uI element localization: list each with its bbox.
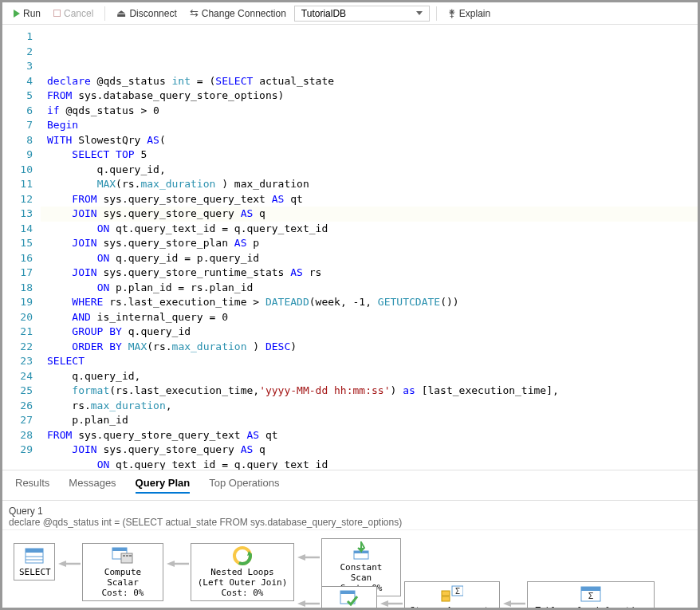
- disconnect-label: Disconnect: [129, 8, 176, 19]
- play-icon: [14, 10, 20, 18]
- run-label: Run: [23, 8, 41, 19]
- query-statement: declare @qds_status int = (SELECT actual…: [9, 517, 691, 528]
- node-title: Compute Scalar: [88, 567, 158, 588]
- assert-icon: [338, 589, 360, 608]
- explain-label: Explain: [459, 8, 490, 19]
- change-icon: ⇆: [190, 7, 199, 19]
- execution-plan[interactable]: SELECT Compute Scalar Cost: 0% Nested Lo…: [2, 530, 698, 608]
- query-number: Query 1: [9, 506, 691, 517]
- svg-rect-19: [442, 591, 450, 596]
- plan-node-assert[interactable]: Assert Cost: 0%: [321, 586, 377, 608]
- toolbar: Run Cancel ⏏Disconnect ⇆Change Connectio…: [2, 2, 698, 25]
- svg-text:Σ: Σ: [455, 587, 460, 596]
- select-icon: [23, 546, 45, 565]
- compute-icon: [112, 546, 134, 565]
- svg-rect-7: [123, 555, 125, 557]
- plan-arrow: [297, 600, 320, 607]
- database-select[interactable]: TutorialDB: [294, 6, 430, 22]
- plan-node-nested-loops[interactable]: Nested Loops (Left Outer Join) Cost: 0%: [191, 543, 294, 601]
- plan-node-compute-scalar[interactable]: Compute Scalar Cost: 0%: [82, 543, 163, 601]
- run-button[interactable]: Run: [9, 6, 45, 21]
- plan-node-select[interactable]: SELECT: [14, 543, 55, 580]
- change-connection-button[interactable]: ⇆Change Connection: [185, 6, 291, 21]
- change-label: Change Connection: [202, 8, 286, 19]
- stop-icon: [53, 10, 61, 17]
- explain-icon: ⚵: [448, 7, 456, 19]
- svg-rect-18: [340, 591, 355, 594]
- node-title: Nested Loops: [196, 567, 289, 577]
- svg-rect-9: [129, 555, 132, 557]
- cancel-label: Cancel: [64, 8, 93, 19]
- chevron-down-icon: [416, 11, 423, 15]
- plan-node-table-valued-function[interactable]: Σ Table-valued function [QUERY_STORE_OPT…: [527, 581, 655, 608]
- tab-results[interactable]: Results: [15, 477, 49, 494]
- plan-header: Query 1 declare @qds_status int = (SELEC…: [2, 501, 698, 530]
- svg-rect-5: [112, 548, 127, 551]
- node-title: Constant Scan: [327, 562, 395, 583]
- tab-top-operations[interactable]: Top Operations: [209, 477, 279, 494]
- plan-arrow: [297, 554, 320, 561]
- nested-loops-icon: [231, 546, 254, 565]
- tvf-icon: Σ: [580, 584, 602, 604]
- database-name: TutorialDB: [301, 8, 346, 19]
- plan-arrow: [380, 600, 403, 607]
- node-title: Stream Aggregate: [410, 605, 494, 608]
- node-title: Table-valued function: [533, 605, 649, 608]
- node-cost: Cost: 0%: [196, 588, 289, 598]
- svg-rect-1: [26, 549, 43, 553]
- code-area[interactable]: declare @qds_status int = (SELECT actual…: [41, 25, 698, 470]
- line-gutter: 1234567891011121314151617181920212223242…: [2, 25, 41, 470]
- separator: [436, 6, 437, 21]
- plan-node-stream-aggregate[interactable]: Σ Stream Aggregate (Aggregate) Cost: 37%: [404, 581, 500, 608]
- plan-arrow: [58, 561, 81, 567]
- node-title: SELECT: [19, 567, 49, 577]
- explain-button[interactable]: ⚵Explain: [443, 6, 495, 21]
- cancel-button: Cancel: [49, 6, 98, 21]
- svg-text:Σ: Σ: [588, 591, 594, 601]
- plan-arrow: [167, 561, 189, 567]
- plan-arrow: [503, 600, 525, 607]
- stream-aggregate-icon: Σ: [441, 584, 463, 604]
- disconnect-icon: ⏏: [116, 7, 126, 19]
- svg-rect-6: [121, 553, 132, 563]
- node-cost: Cost: 0%: [88, 588, 158, 598]
- tab-messages[interactable]: Messages: [69, 477, 116, 494]
- node-subtitle: (Left Outer Join): [196, 577, 289, 588]
- code-editor[interactable]: 1234567891011121314151617181920212223242…: [2, 25, 698, 470]
- separator: [104, 6, 105, 21]
- constant-scan-icon: [350, 541, 372, 561]
- svg-rect-8: [126, 555, 128, 557]
- results-tabs: Results Messages Query Plan Top Operatio…: [2, 470, 698, 501]
- tab-query-plan[interactable]: Query Plan: [136, 477, 191, 494]
- svg-rect-20: [442, 596, 450, 601]
- disconnect-button[interactable]: ⏏Disconnect: [112, 6, 181, 21]
